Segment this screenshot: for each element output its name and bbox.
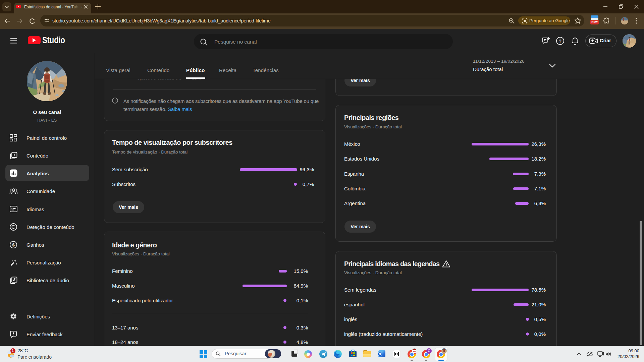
- svg-text:$: $: [12, 242, 15, 247]
- svg-text:?: ?: [559, 39, 561, 44]
